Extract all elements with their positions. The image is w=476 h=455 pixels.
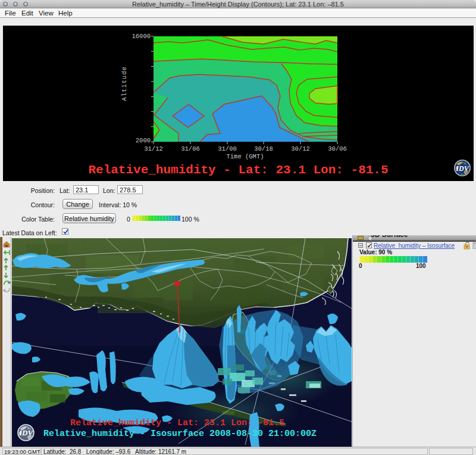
- svg-text:IDV: IDV: [18, 428, 33, 437]
- svg-text:Relative_humidity - Lat: 23.1: Relative_humidity - Lat: 23.1 Lon: -81.5: [70, 418, 284, 428]
- svg-text:Relative_humidity - Isosurface: Relative_humidity - Isosurface 2008-08-3…: [43, 429, 317, 439]
- svg-text:IDV: IDV: [455, 164, 469, 173]
